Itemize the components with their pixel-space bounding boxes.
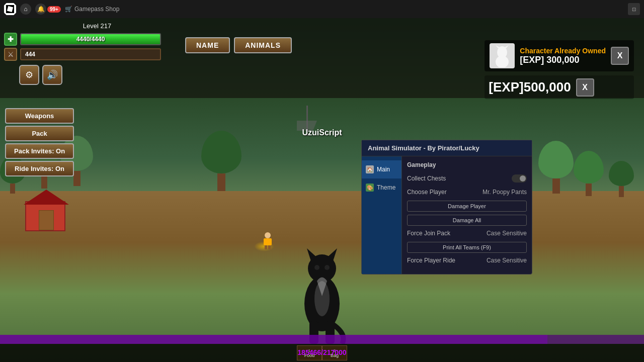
force-join-pack-label: Force Join Pack	[407, 230, 450, 237]
weapon-icon: ⚔	[4, 48, 17, 61]
uzui-script-label: UzuiScript	[302, 128, 342, 137]
nav-theme[interactable]: 🎨 Theme	[362, 178, 401, 197]
main-nav-icon: 🏠	[366, 165, 374, 173]
animal-simulator-panel: Animal Simulator - By Pirator/Lucky 🏠 Ma…	[361, 140, 532, 275]
character-owned-label: Character Already Owned	[520, 47, 606, 55]
exp-value-large: [EXP]500,000	[489, 77, 571, 97]
expand-button[interactable]: ⊡	[628, 3, 640, 15]
ride-invites-button[interactable]: Ride Invites: On	[5, 161, 74, 176]
weapon-value: 444	[25, 51, 35, 58]
health-bar: 4440/4440	[20, 33, 161, 45]
hud-center-buttons: NAME ANIMALS	[185, 37, 292, 53]
notification-count: 99+	[47, 6, 61, 13]
cat-character	[292, 233, 352, 344]
hud-right-section: Character Already Owned [EXP] 300,000 X …	[485, 40, 634, 99]
notification-area[interactable]: 🔔 99+	[35, 4, 61, 15]
hud-icon-buttons: ⚙ 🔊	[19, 65, 175, 85]
left-sidebar: Weapons Pack Pack Invites: On Ride Invit…	[5, 108, 74, 176]
cart-icon: 🛒	[65, 6, 72, 13]
exp-panel-close[interactable]: X	[576, 78, 594, 97]
weapon-bar: 444	[20, 48, 161, 60]
level-display: Level 217	[19, 22, 175, 30]
name-button[interactable]: NAME	[185, 37, 230, 53]
toggle-knob	[520, 175, 526, 182]
hud-left-section: Level 217 ✚ 4440/4440 ⚔ 444 ⚙ 🔊	[4, 22, 175, 85]
choose-player-row: Choose Player Mr. Poopy Pants	[407, 188, 527, 197]
force-player-ride-value: Case Sensitive	[487, 257, 527, 264]
choose-player-label: Choose Player	[407, 189, 447, 196]
notification-icon[interactable]: 🔔	[35, 4, 46, 15]
gameplay-section-title: Gameplay	[407, 161, 527, 168]
gamepass-shop-button[interactable]: 🛒 Gamepass Shop	[65, 6, 119, 13]
health-text: 4440/4440	[21, 34, 160, 44]
svg-point-4	[496, 56, 509, 67]
collect-chests-label: Collect Chests	[407, 175, 446, 182]
tree-6	[609, 161, 634, 197]
exp-panel: [EXP]500,000 X	[485, 75, 634, 99]
character-panel-close[interactable]: X	[611, 47, 629, 65]
progress-fill	[0, 335, 547, 344]
character-avatar	[490, 43, 515, 68]
collect-chests-row: Collect Chests	[407, 173, 527, 184]
print-all-teams-button[interactable]: Print All Teams (F9)	[407, 242, 527, 253]
tree-5	[538, 141, 574, 194]
hotbar-area: 1 Food 2 Bag 185466/217000	[297, 345, 347, 360]
svg-point-13	[325, 265, 330, 270]
panel-navigation: 🏠 Main 🎨 Theme	[362, 156, 402, 274]
health-icon: ✚	[4, 33, 17, 46]
hud-panel: Level 217 ✚ 4440/4440 ⚔ 444 ⚙ 🔊 NAME ANI…	[0, 18, 644, 98]
ship-mast	[297, 106, 317, 131]
theme-nav-icon: 🎨	[366, 184, 374, 192]
animals-button[interactable]: ANIMALS	[234, 37, 292, 53]
small-figure	[262, 232, 274, 248]
collect-chests-toggle[interactable]	[512, 174, 527, 183]
force-player-ride-row: Force Player Ride Case Sensitive	[407, 256, 527, 265]
choose-player-value: Mr. Poopy Pants	[482, 189, 527, 196]
force-player-ride-label: Force Player Ride	[407, 257, 455, 264]
damage-player-button[interactable]: Damage Player	[407, 201, 527, 212]
bottom-progress-bar	[0, 335, 644, 344]
health-bar-row: ✚ 4440/4440	[4, 33, 175, 46]
nav-main[interactable]: 🏠 Main	[362, 160, 401, 178]
roblox-topbar: ⌂ 🔔 99+ 🛒 Gamepass Shop ⊡	[0, 0, 644, 18]
panel-title: Animal Simulator - By Pirator/Lucky	[362, 140, 532, 156]
weapons-button[interactable]: Weapons	[5, 108, 74, 124]
bottom-progress-text: 185466/217000	[297, 348, 346, 356]
panel-main-content: Gameplay Collect Chests Choose Player Mr…	[402, 156, 532, 274]
panel-body: 🏠 Main 🎨 Theme Gameplay Collect Chests C…	[362, 156, 532, 274]
damage-all-button[interactable]: Damage All	[407, 215, 527, 226]
character-info: Character Already Owned [EXP] 300,000	[520, 47, 606, 65]
settings-icon-button[interactable]: ⚙	[19, 65, 39, 85]
svg-point-12	[314, 265, 319, 270]
force-join-pack-value: Case Sensitive	[487, 230, 527, 237]
roblox-home-icon[interactable]: ⌂	[20, 4, 31, 15]
bottom-hotbar: 1 Food 2 Bag 185466/217000	[0, 344, 644, 362]
barn	[25, 201, 65, 231]
force-join-pack-row: Force Join Pack Case Sensitive	[407, 229, 527, 238]
pack-button[interactable]: Pack	[5, 126, 74, 141]
character-owned-panel: Character Already Owned [EXP] 300,000 X	[485, 40, 634, 71]
roblox-logo	[4, 3, 16, 15]
weapon-bar-row: ⚔ 444	[4, 48, 175, 61]
tree-7	[201, 131, 242, 191]
character-exp-value: [EXP] 300,000	[520, 55, 606, 65]
pack-invites-button[interactable]: Pack Invites: On	[5, 143, 74, 159]
sound-icon-button[interactable]: 🔊	[42, 65, 62, 85]
tree-4	[574, 151, 604, 196]
